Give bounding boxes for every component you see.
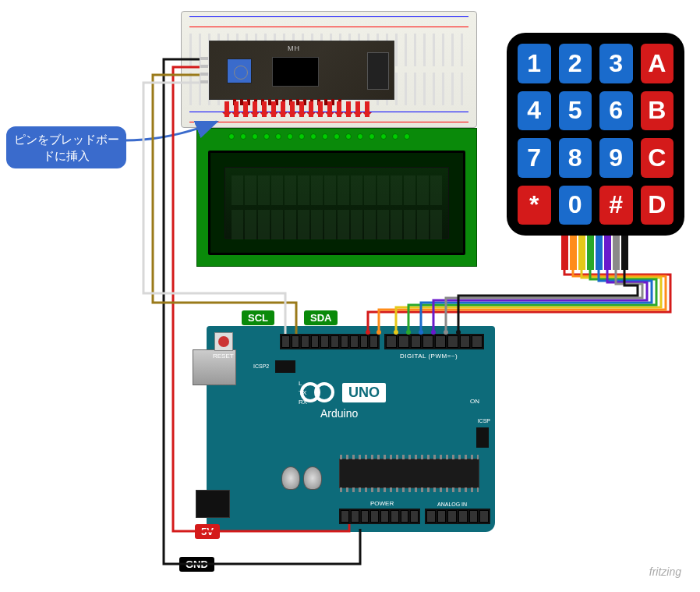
credit-text: fritzing bbox=[649, 565, 681, 578]
breadboard-rail-top bbox=[189, 16, 468, 27]
uno-arduino-text: Arduino bbox=[320, 407, 358, 420]
keypad-key-2: 2 bbox=[559, 44, 592, 83]
keypad-key-C: C bbox=[641, 138, 674, 178]
keypad-wire bbox=[621, 236, 628, 270]
keypad-key-B: B bbox=[641, 91, 674, 131]
keypad-wire bbox=[596, 236, 603, 270]
lcd-pin-row bbox=[228, 133, 410, 140]
label-5v: 5V bbox=[195, 524, 220, 539]
keypad-key-6: 6 bbox=[599, 91, 633, 131]
keypad-wire bbox=[578, 236, 585, 270]
lcd-screen bbox=[224, 167, 449, 239]
wire-keypad-d6 bbox=[408, 270, 656, 334]
i2c-chip bbox=[272, 57, 319, 87]
uno-icsp-label: ICSP bbox=[478, 418, 490, 424]
callout-bubble: ピンをブレッドボードに挿入 bbox=[6, 126, 126, 168]
infinity-icon bbox=[300, 382, 334, 402]
uno-icsp2-header bbox=[275, 360, 295, 373]
keypad-ribbon-cable bbox=[561, 236, 631, 270]
uno-digital-header-left bbox=[280, 334, 380, 349]
keypad-wire bbox=[561, 236, 568, 270]
uno-digital-label: DIGITAL (PWM=~) bbox=[400, 353, 458, 360]
keypad-wire bbox=[613, 236, 620, 270]
wire-keypad-d3 bbox=[446, 270, 642, 334]
i2c-potentiometer bbox=[227, 58, 252, 83]
label-sda: SDA bbox=[304, 310, 338, 325]
wire-keypad-d2 bbox=[458, 270, 638, 334]
callout-text: ピンをブレッドボードに挿入 bbox=[9, 131, 123, 164]
keypad-key-9: 9 bbox=[599, 138, 633, 178]
wire-keypad-d9 bbox=[368, 270, 670, 334]
uno-digital-header-right bbox=[384, 334, 484, 349]
uno-capacitors bbox=[281, 466, 322, 490]
lcd-bezel bbox=[208, 151, 465, 255]
uno-reset-button bbox=[214, 332, 233, 351]
uno-reset-label: RESET bbox=[213, 353, 234, 360]
keypad-wire bbox=[604, 236, 611, 270]
uno-power-jack bbox=[196, 490, 230, 518]
pin-insertion-arrows bbox=[224, 101, 369, 117]
label-gnd: GND bbox=[179, 557, 214, 572]
keypad-key-4: 4 bbox=[518, 91, 551, 131]
wire-keypad-d4 bbox=[433, 270, 647, 334]
uno-atmega-chip bbox=[339, 459, 479, 488]
i2c-label: MH bbox=[288, 44, 300, 52]
keypad-key-1: 1 bbox=[518, 44, 551, 83]
keypad-key-7: 7 bbox=[518, 138, 551, 178]
uno-logo: UNO bbox=[300, 382, 386, 402]
wire-keypad-d7 bbox=[396, 270, 661, 334]
keypad-key-A: A bbox=[641, 44, 674, 83]
keypad-key-3: 3 bbox=[599, 44, 633, 83]
keypad-key-*: * bbox=[518, 186, 551, 225]
keypad-wire bbox=[570, 236, 577, 270]
i2c-side-pins bbox=[200, 57, 210, 83]
uno-icsp-header bbox=[476, 427, 489, 448]
keypad-key-D: D bbox=[641, 186, 674, 225]
uno-analog-header bbox=[425, 509, 490, 524]
keypad-key-0: 0 bbox=[559, 186, 592, 225]
keypad-wire bbox=[587, 236, 594, 270]
uno-power-header bbox=[339, 509, 420, 524]
wire-keypad-d5 bbox=[421, 270, 652, 334]
keypad-key-5: 5 bbox=[559, 91, 592, 131]
i2c-jumper-header bbox=[367, 52, 389, 90]
i2c-lcd-adapter: MH bbox=[209, 41, 394, 100]
lcd-1602 bbox=[196, 128, 477, 267]
keypad-4x4: 123A456B789C*0#D bbox=[507, 33, 684, 236]
uno-icsp2-label: ICSP2 bbox=[253, 363, 269, 369]
uno-on-label: ON bbox=[470, 398, 479, 405]
arduino-uno: RESET ICSP2 ICSP L TX RX ON UNO Arduino … bbox=[207, 326, 495, 532]
uno-analog-label: ANALOG IN bbox=[437, 502, 467, 507]
callout-arrow bbox=[123, 117, 232, 148]
uno-brand-badge: UNO bbox=[342, 383, 386, 402]
keypad-key-#: # bbox=[599, 186, 633, 225]
uno-power-label: POWER bbox=[370, 500, 394, 507]
keypad-key-8: 8 bbox=[559, 138, 592, 178]
wire-keypad-d8 bbox=[379, 270, 666, 334]
label-scl: SCL bbox=[242, 310, 274, 325]
